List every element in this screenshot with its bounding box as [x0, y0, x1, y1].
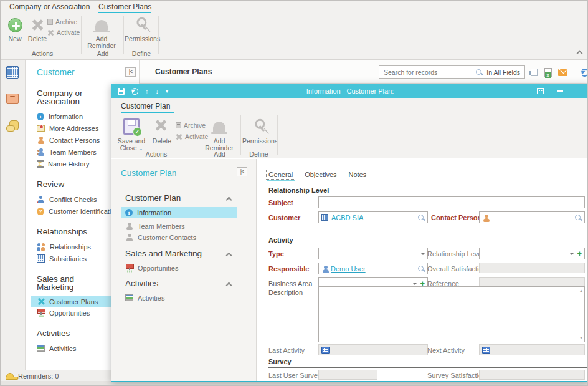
- dropdown-icon[interactable]: [570, 253, 574, 257]
- section-relationship-level: Relationship Level: [268, 186, 588, 196]
- key-icon: [250, 117, 270, 137]
- page-title: Customer Plans: [155, 67, 212, 76]
- relationship-level-combo[interactable]: +: [479, 248, 585, 259]
- window-controls: [537, 88, 582, 94]
- responsible-input[interactable]: Demo User: [318, 263, 428, 274]
- nav-section-activities[interactable]: Activities: [125, 279, 158, 288]
- section-activity: Activity: [268, 236, 588, 246]
- window-position-icon[interactable]: [537, 88, 544, 94]
- customer-label: Customer: [268, 214, 300, 221]
- scroll-down-icon[interactable]: ▼: [579, 336, 583, 340]
- dialog-ribbon: Customer Plan Save and Close ⌄ Delete Ar…: [111, 98, 588, 158]
- arrow-down-icon[interactable]: ↓: [156, 88, 159, 95]
- qat-dropdown-icon[interactable]: ▾: [166, 88, 168, 95]
- refresh-icon[interactable]: [131, 88, 138, 95]
- add-reminder-button[interactable]: Add Reminder: [83, 16, 120, 49]
- ribbon-tab-customer-plans[interactable]: Customer Plans: [98, 2, 151, 11]
- overall-satisfaction-label: Overall Satisfaction: [427, 265, 486, 273]
- activities-icon: [37, 345, 45, 352]
- add-new-icon[interactable]: +: [577, 251, 582, 257]
- lookup-icon[interactable]: [417, 265, 425, 273]
- lookup-icon[interactable]: [574, 214, 582, 221]
- dialog-nav-title: Customer Plan: [121, 168, 176, 178]
- sidebar-collapse-button[interactable]: [125, 67, 136, 77]
- nav-item-customer-contacts[interactable]: Customer Contacts: [125, 232, 196, 243]
- dialog-nav-collapse-button[interactable]: [237, 167, 247, 176]
- activate-button[interactable]: Activate: [47, 29, 80, 36]
- responsible-link[interactable]: Demo User: [331, 265, 366, 273]
- dialog-group-add: Add: [199, 150, 240, 158]
- export-excel-icon[interactable]: [544, 68, 552, 77]
- next-activity-input: [479, 344, 585, 355]
- survey-satisfaction-input: [479, 370, 585, 380]
- ribbon-collapse-icon[interactable]: [577, 51, 583, 57]
- lookup-icon[interactable]: [417, 214, 425, 221]
- archive-button[interactable]: Archive: [47, 18, 77, 26]
- search-scope[interactable]: In All Fields: [486, 69, 520, 76]
- finance-module-icon[interactable]: [6, 120, 19, 132]
- tab-notes[interactable]: Notes: [347, 170, 369, 179]
- nav-item-opportunities[interactable]: Opportunities: [125, 263, 178, 273]
- save-icon[interactable]: [118, 88, 125, 95]
- dialog-title: Information - Customer Plan:: [111, 87, 588, 95]
- dialog-delete-button[interactable]: Delete: [150, 117, 174, 145]
- survey-satisfaction-label: Survey Satisfaction: [427, 372, 486, 379]
- subject-input[interactable]: [318, 196, 585, 208]
- bell-icon: [213, 122, 225, 132]
- nav-item-information[interactable]: Information: [121, 207, 237, 218]
- quick-access-toolbar: ↑ ↓ ▾: [118, 88, 168, 95]
- relationships-icon: [37, 243, 45, 251]
- bell-icon: [95, 20, 108, 31]
- toolbar-divider: [574, 67, 574, 78]
- print-icon[interactable]: [529, 69, 538, 77]
- dialog-add-reminder-button[interactable]: Add Reminder: [201, 117, 238, 152]
- tab-general[interactable]: General: [267, 170, 295, 179]
- opportunities-icon: [37, 309, 45, 317]
- ribbon-group-add: Add: [83, 50, 122, 57]
- description-textarea[interactable]: ▲ ▼: [318, 286, 585, 342]
- dialog-ribbon-tab[interactable]: Customer Plan: [121, 102, 170, 110]
- ribbon-tab-company-or-association[interactable]: Company or Association: [9, 2, 90, 11]
- section-collapse-icon[interactable]: [226, 197, 232, 203]
- module-strip: [1, 60, 26, 370]
- hourglass-icon: [37, 160, 44, 168]
- section-collapse-icon[interactable]: [226, 253, 232, 259]
- scroll-up-icon[interactable]: ▲: [579, 289, 583, 292]
- customer-module-icon[interactable]: [6, 66, 19, 79]
- delete-button[interactable]: Delete: [26, 16, 49, 42]
- section-collapse-icon[interactable]: [226, 282, 232, 289]
- nav-item-activities[interactable]: Activities: [125, 292, 164, 303]
- email-icon[interactable]: [558, 69, 567, 76]
- calendar-icon: [321, 347, 330, 354]
- person-icon: [321, 266, 328, 272]
- dialog-permissions-button[interactable]: Permissions: [242, 117, 277, 145]
- nav-section-customer-plan[interactable]: Customer Plan: [125, 193, 181, 203]
- refresh-icon[interactable]: [581, 69, 588, 77]
- dialog-title-bar[interactable]: Information - Customer Plan: ↑ ↓ ▾: [111, 84, 588, 98]
- dropdown-icon[interactable]: [421, 253, 425, 257]
- customer-link[interactable]: ACBD SIA: [331, 214, 363, 221]
- contact-person-input[interactable]: [479, 211, 585, 223]
- search-input[interactable]: [384, 69, 472, 76]
- building-icon: [37, 254, 45, 263]
- minimize-icon[interactable]: [557, 90, 563, 92]
- activities-icon: [125, 294, 133, 301]
- archive-module-icon[interactable]: [6, 94, 19, 104]
- new-button[interactable]: New: [4, 16, 26, 42]
- tab-objectives[interactable]: Objectives: [303, 170, 338, 179]
- content-header: Customer Plans In All Fields: [140, 60, 587, 84]
- person-icon: [125, 234, 133, 241]
- arrow-up-icon[interactable]: ↑: [145, 88, 149, 95]
- nav-item-team-members[interactable]: Team Members: [125, 221, 185, 231]
- add-new-icon[interactable]: +: [420, 281, 425, 287]
- search-icon[interactable]: [475, 69, 483, 76]
- window-edge: [1, 381, 587, 385]
- person-icon: [37, 137, 45, 144]
- conflict-check-icon: [37, 196, 45, 203]
- customer-input[interactable]: ACBD SIA: [318, 211, 428, 223]
- maximize-icon[interactable]: [577, 89, 582, 94]
- type-combo[interactable]: [318, 248, 428, 259]
- nav-section-sales[interactable]: Sales and Marketing: [125, 249, 202, 258]
- permissions-button[interactable]: Permissions: [125, 16, 158, 42]
- save-and-close-button[interactable]: Save and Close ⌄: [114, 117, 149, 152]
